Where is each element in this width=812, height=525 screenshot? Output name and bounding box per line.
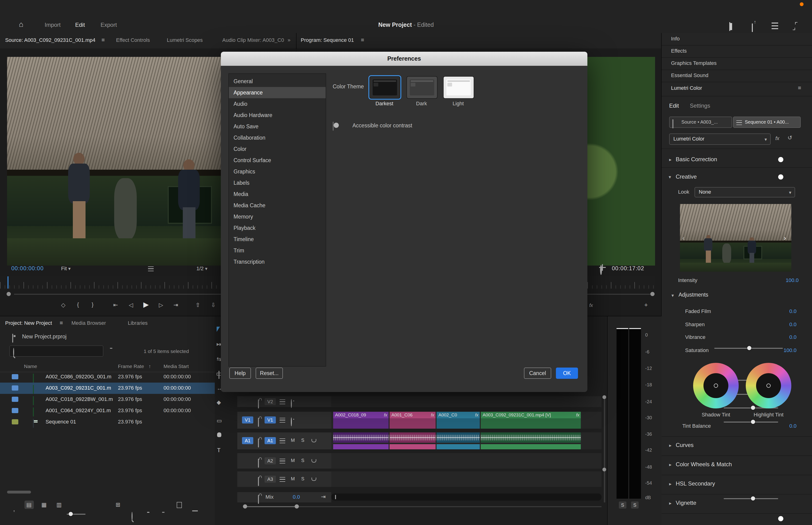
go-to-out-icon[interactable]: ⇥ <box>173 302 178 308</box>
vibrance-value[interactable]: 0.0 <box>781 334 796 340</box>
global-fx-mute-icon[interactable]: fx <box>589 303 593 308</box>
track-badge-a3[interactable]: A3 <box>264 476 276 483</box>
tab-libraries[interactable]: Libraries <box>128 320 148 326</box>
lock-icon[interactable] <box>258 438 259 448</box>
pref-category-collaboration[interactable]: Collaboration <box>229 132 326 144</box>
chevron-right-icon[interactable]: ▸ <box>669 157 672 162</box>
lift-icon[interactable]: ⇧ <box>196 302 200 308</box>
panel-tab-essential-sound[interactable]: Essential Sound <box>671 72 708 78</box>
bin-h-scrollbar[interactable] <box>7 491 31 494</box>
bin-row[interactable]: A001_C064_09224Y_001.m 23.976 fps 00:00:… <box>0 405 215 417</box>
reset-button[interactable]: Reset... <box>256 368 283 379</box>
chevron-right-icon[interactable]: ▸ <box>669 481 672 486</box>
pref-category-appearance[interactable]: Appearance <box>229 87 326 98</box>
track-badge-a2[interactable]: A2 <box>264 457 276 464</box>
timeline-h-scroll-range[interactable] <box>245 506 296 507</box>
lumetri-panel-menu-icon[interactable]: ≡ <box>798 85 801 91</box>
theme-darkest-thumbnail[interactable] <box>369 76 400 99</box>
accessible-contrast-toggle[interactable] <box>333 122 334 131</box>
chevron-right-icon[interactable]: ▸ <box>669 443 672 448</box>
solo-left-button[interactable]: S <box>619 501 626 509</box>
tint-balance-slider[interactable] <box>724 498 778 499</box>
pref-category-color[interactable]: Color <box>229 144 326 155</box>
bin-row[interactable]: A002_C086_09220G_001.m 23.976 fps 00:00:… <box>0 371 215 382</box>
timeline-h-scroll-handle[interactable] <box>243 504 247 509</box>
tab-lumetri-scopes[interactable]: Lumetri Scopes <box>167 37 203 43</box>
track-badge-v2[interactable]: V2 <box>264 398 276 405</box>
look-next-arrow-icon[interactable]: › <box>784 234 786 242</box>
intensity-value[interactable]: 100.0 <box>786 277 799 283</box>
bin-row[interactable]: Sequence 01 23.976 fps <box>0 417 215 428</box>
chevron-right-icon[interactable]: ▸ <box>669 500 672 506</box>
source-zoom-dropdown[interactable]: Fit ▾ <box>61 266 71 271</box>
track-visibility-icon[interactable] <box>291 399 292 408</box>
col-media-start[interactable]: Media Start <box>164 363 189 369</box>
sequence-clip-button[interactable]: Sequence 01 • A00... <box>733 117 801 128</box>
tab-audio-clip-mixer[interactable]: Audio Clip Mixer: A003_C0 <box>222 37 284 43</box>
source-patch-a1[interactable]: A1 <box>242 437 253 444</box>
freeform-view-icon[interactable]: ▥ <box>56 502 62 508</box>
chevron-down-icon[interactable]: ▾ <box>672 293 674 298</box>
saturation-value[interactable]: 100.0 <box>781 347 796 353</box>
project-tab-menu-icon[interactable]: ≡ <box>60 320 63 326</box>
timeline-clip-audio[interactable] <box>389 432 435 443</box>
theme-dark-thumbnail[interactable] <box>407 76 438 99</box>
mix-fader-lane[interactable] <box>331 494 601 500</box>
timeline-clip-audio[interactable] <box>436 432 480 443</box>
icon-view-icon[interactable]: ▦ <box>41 502 47 508</box>
pref-category-memory[interactable]: Memory <box>229 211 326 222</box>
faded-film-value[interactable]: 0.0 <box>781 308 796 314</box>
effect-dropdown[interactable]: Lumetri Color ▾ <box>669 134 771 145</box>
sort-arrow-icon[interactable]: ↑ <box>149 363 151 369</box>
source-scrollbar-handle[interactable] <box>6 292 11 296</box>
lane-v2[interactable] <box>331 396 601 407</box>
tab-effect-controls[interactable]: Effect Controls <box>116 37 150 43</box>
panel-tab-lumetri-color[interactable]: Lumetri Color <box>671 85 702 91</box>
track-header-v2[interactable]: V2 <box>237 396 331 407</box>
panel-tab-info[interactable]: Info <box>671 36 680 41</box>
lock-icon[interactable] <box>258 418 259 427</box>
panel-tab-effects[interactable]: Effects <box>671 48 687 54</box>
label-color-chip[interactable] <box>12 419 18 424</box>
mark-out-icon[interactable]: } <box>92 302 93 308</box>
rectangle-tool-icon[interactable]: ▭ <box>217 418 222 423</box>
lumetri-tab-settings[interactable]: Settings <box>690 103 710 109</box>
button-editor-icon[interactable]: + <box>644 301 648 308</box>
selection-tool-icon[interactable] <box>217 327 220 332</box>
mute-button[interactable]: M <box>291 458 295 463</box>
quick-export-icon[interactable] <box>752 24 753 32</box>
bin-row[interactable]: A002_C018_0922BW_001.m 23.976 fps 00:00:… <box>0 394 215 405</box>
program-tab-menu-icon[interactable]: ≡ <box>361 37 364 43</box>
adjustments-header[interactable]: Adjustments <box>678 292 708 298</box>
section-color-wheels-match[interactable]: Color Wheels & Match <box>676 461 732 468</box>
pref-category-media[interactable]: Media <box>229 189 326 200</box>
lock-icon[interactable] <box>258 477 259 486</box>
timeline-clip-video[interactable]: A003_C092_09231C_001.mp4 [V]fx <box>481 412 581 429</box>
solo-button[interactable]: S <box>301 476 304 481</box>
track-badge-a1[interactable]: A1 <box>264 437 276 444</box>
lane-a2[interactable] <box>331 453 601 469</box>
track-settings-icon[interactable] <box>280 400 285 404</box>
col-frame-rate[interactable]: Frame Rate <box>118 363 144 369</box>
timeline-clip-audio[interactable] <box>333 432 388 443</box>
pref-category-control-surface[interactable]: Control Surface <box>229 155 326 166</box>
chevron-down-icon[interactable]: ▾ <box>669 174 671 180</box>
lumetri-tab-edit[interactable]: Edit <box>669 103 679 109</box>
theme-light-thumbnail[interactable] <box>443 76 474 99</box>
pref-category-timeline[interactable]: Timeline <box>229 234 326 245</box>
pen-tool-icon[interactable]: ◆ <box>217 400 221 405</box>
pref-category-media-cache[interactable]: Media Cache <box>229 200 326 211</box>
stacked-panels-icon[interactable] <box>771 22 778 29</box>
tint-balance-value[interactable]: 0.0 <box>781 423 796 429</box>
source-tab-menu-icon[interactable]: ≡ <box>102 37 105 43</box>
drag-audio-icon[interactable] <box>148 267 154 271</box>
track-header-v1[interactable]: V1 V1 <box>237 412 331 429</box>
program-settings-icon[interactable] <box>600 265 602 275</box>
look-preview-image[interactable] <box>680 204 791 272</box>
mute-button[interactable]: M <box>291 476 295 481</box>
pref-category-audio[interactable]: Audio <box>229 98 326 109</box>
step-forward-icon[interactable]: ▷ <box>159 302 163 308</box>
extract-icon[interactable]: ⇩ <box>211 302 216 308</box>
timeline-v-scroll-handle[interactable] <box>602 395 606 399</box>
hand-tool-icon[interactable] <box>217 432 221 437</box>
